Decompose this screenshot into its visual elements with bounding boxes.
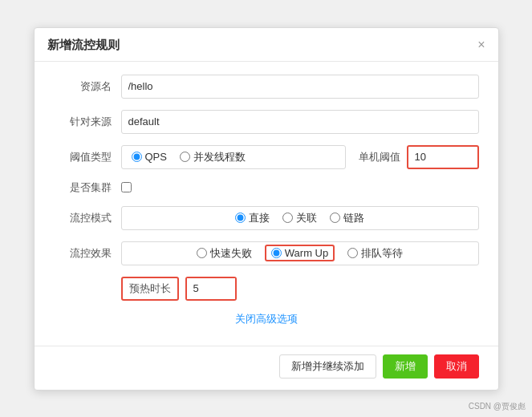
cancel-button[interactable]: 取消 [434,354,479,379]
single-threshold-group: 单机阈值 [359,145,479,169]
fast-fail-radio[interactable] [197,248,207,258]
qps-radio[interactable] [132,152,142,162]
preheat-input[interactable] [187,278,235,299]
add-button[interactable]: 新增 [383,354,428,379]
watermark: CSDN @贾俊彪 [469,401,526,412]
flow-mode-row: 流控模式 直接 关联 链路 [54,206,479,230]
thread-radio[interactable] [180,152,190,162]
chain-radio[interactable] [330,213,340,223]
resource-name-label: 资源名 [54,79,112,94]
resource-name-input[interactable] [121,75,479,99]
threshold-type-row: 阈值类型 QPS 并发线程数 单机阈值 [54,145,479,169]
flow-effect-label: 流控效果 [54,246,112,261]
flow-mode-radio-group: 直接 关联 链路 [121,206,479,230]
queue-radio[interactable] [347,248,358,258]
flow-effect-radio-group: 快速失败 Warm Up 排队等待 [121,241,479,265]
cluster-row: 是否集群 [54,180,479,195]
close-button[interactable]: × [477,38,485,51]
qps-label: QPS [145,151,167,163]
source-label: 针对来源 [54,115,112,129]
warmup-radio-item[interactable]: Warm Up [265,245,335,261]
qps-radio-item[interactable]: QPS [132,151,167,163]
queue-radio-item[interactable]: 排队等待 [347,246,403,261]
direct-radio[interactable] [235,213,246,223]
threshold-type-label: 阈值类型 [54,150,112,164]
close-advanced-link[interactable]: 关闭高级选项 [54,312,479,326]
warmup-radio[interactable] [271,248,282,258]
cluster-checkbox-wrapper [121,182,132,192]
thread-radio-item[interactable]: 并发线程数 [180,150,246,164]
associate-radio-item[interactable]: 关联 [282,211,317,225]
queue-label: 排队等待 [361,246,403,261]
direct-label: 直接 [249,211,270,225]
fast-fail-label: 快速失败 [210,246,252,261]
preheat-label: 预热时长 [121,277,179,301]
single-threshold-input[interactable] [407,145,479,169]
warmup-label: Warm Up [285,247,328,259]
threshold-type-radio-group: QPS 并发线程数 [121,145,346,169]
dialog: 新增流控规则 × 资源名 针对来源 阈值类型 QPS 并发线程数 [34,27,499,391]
source-input[interactable] [121,110,479,134]
chain-radio-item[interactable]: 链路 [330,211,364,225]
single-threshold-label: 单机阈值 [359,150,400,164]
fast-fail-radio-item[interactable]: 快速失败 [197,246,252,261]
cluster-checkbox[interactable] [121,182,132,192]
dialog-body: 资源名 针对来源 阈值类型 QPS 并发线程数 单机阈值 [35,62,498,346]
dialog-title: 新增流控规则 [47,38,120,53]
flow-effect-row: 流控效果 快速失败 Warm Up 排队等待 [54,241,479,265]
associate-label: 关联 [296,211,317,225]
resource-name-row: 资源名 [54,75,479,99]
add-continue-button[interactable]: 新增并继续添加 [279,354,376,379]
dialog-footer: 新增并继续添加 新增 取消 [35,346,498,390]
source-row: 针对来源 [54,110,479,134]
flow-mode-label: 流控模式 [54,211,112,225]
direct-radio-item[interactable]: 直接 [235,211,270,225]
cluster-label: 是否集群 [54,180,112,195]
thread-label: 并发线程数 [193,150,246,164]
preheat-input-wrapper [185,277,237,301]
dialog-header: 新增流控规则 × [35,28,498,62]
preheat-row: 预热时长 [54,277,479,301]
associate-radio[interactable] [282,213,293,223]
chain-label: 链路 [343,211,364,225]
